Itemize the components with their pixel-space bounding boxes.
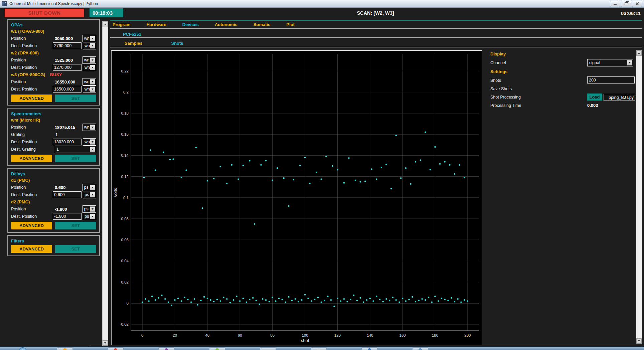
position-readout: -1.800 <box>55 207 81 212</box>
set-button[interactable]: SET <box>55 222 96 229</box>
taskbar-app-icon[interactable] <box>158 347 174 350</box>
advanced-button[interactable]: ADVANCED <box>11 95 52 102</box>
w2-header: w2 (OPA-800) <box>11 50 96 55</box>
chevron-down-icon[interactable] <box>90 125 95 130</box>
menu-item-devices[interactable]: Devices <box>182 22 199 27</box>
close-button[interactable] <box>632 1 642 7</box>
scroll-down-icon[interactable] <box>636 338 642 344</box>
advanced-button[interactable]: ADVANCED <box>11 155 52 162</box>
position-readout: 18075.015 <box>55 125 81 130</box>
load-button[interactable]: Load <box>587 94 602 101</box>
dest-grating-select[interactable]: 1 <box>55 146 96 153</box>
set-button[interactable]: SET <box>55 245 96 253</box>
unit-select[interactable]: ps <box>83 184 96 191</box>
svg-text:0: 0 <box>127 301 129 305</box>
taskbar-app-icon[interactable] <box>361 347 377 350</box>
unit-select[interactable]: wn <box>83 42 96 49</box>
set-button[interactable]: SET <box>55 155 96 162</box>
unit-select[interactable]: ps <box>83 191 96 198</box>
unit-select[interactable]: wn <box>83 138 96 146</box>
d2-dest-row: Dest. Position ps <box>11 213 96 220</box>
svg-text:0.04: 0.04 <box>121 259 129 263</box>
chevron-down-icon[interactable] <box>90 185 95 190</box>
device-tab-pci6251[interactable]: PCI-6251 <box>110 32 141 37</box>
svg-text:0.08: 0.08 <box>121 217 129 221</box>
unit-select[interactable]: ps <box>83 213 96 220</box>
taskbar-app-icon[interactable] <box>260 347 276 350</box>
dest-position-input[interactable] <box>53 191 82 198</box>
svg-text:80: 80 <box>270 333 275 337</box>
processing-file-input[interactable] <box>604 94 635 101</box>
chevron-down-icon[interactable] <box>90 65 95 70</box>
dest-position-input[interactable] <box>53 86 82 93</box>
unit-select[interactable]: ps <box>83 205 96 213</box>
system-clock: 03:06:11 <box>612 10 641 16</box>
menu-item-autonomic[interactable]: Autonomic <box>215 22 237 27</box>
d2-header: d2 (PMC) <box>11 199 96 204</box>
chevron-down-icon[interactable] <box>90 86 95 92</box>
shots-input[interactable] <box>587 76 635 83</box>
dest-position-input[interactable] <box>53 64 82 71</box>
opas-groupbox: OPAs w1 (TOPAS-800) Position 3050.000 wn… <box>7 19 100 106</box>
menu-item-hardware[interactable]: Hardware <box>146 22 166 27</box>
taskbar-app-icon[interactable] <box>209 347 225 350</box>
unit-select[interactable]: wn <box>83 35 96 42</box>
position-label: Position <box>11 58 55 62</box>
dest-position-input[interactable] <box>53 42 82 49</box>
wm-header: wm (MicroHR) <box>11 118 96 123</box>
dest-position-input[interactable] <box>53 139 82 145</box>
chevron-down-icon[interactable] <box>90 147 95 152</box>
chevron-down-icon[interactable] <box>90 214 95 219</box>
channel-select[interactable]: signal <box>587 59 633 66</box>
tab-samples[interactable]: Samples <box>125 41 142 46</box>
unit-select[interactable]: wn <box>83 64 96 71</box>
chevron-down-icon[interactable] <box>90 79 95 84</box>
dest-position-label: Dest. Position <box>11 87 53 92</box>
svg-text:60: 60 <box>238 333 242 337</box>
chevron-down-icon[interactable] <box>90 36 95 41</box>
taskbar-app-icon[interactable] <box>108 347 124 350</box>
restore-button[interactable] <box>621 1 631 7</box>
svg-text:volts: volts <box>113 188 118 197</box>
right-panel-scrollbar[interactable] <box>636 50 642 344</box>
advanced-button[interactable]: ADVANCED <box>11 222 52 229</box>
sidebar-scrollbar[interactable] <box>102 21 108 346</box>
svg-text:0.02: 0.02 <box>121 280 129 284</box>
chevron-down-icon[interactable] <box>90 192 95 197</box>
unit-select[interactable]: wn <box>83 85 96 93</box>
tab-shots[interactable]: Shots <box>171 41 183 46</box>
svg-text:20: 20 <box>173 333 177 337</box>
chevron-down-icon[interactable] <box>90 57 95 63</box>
content-bottom-border <box>90 345 642 345</box>
unit-select[interactable]: wn <box>83 78 96 85</box>
chevron-down-icon[interactable] <box>90 43 95 48</box>
dest-position-input[interactable] <box>53 213 82 220</box>
chevron-down-icon[interactable] <box>90 139 95 145</box>
dest-position-label: Dest. Position <box>11 65 53 70</box>
unit-value: wn <box>83 125 90 130</box>
menu-underline <box>110 28 642 29</box>
unit-select[interactable]: wn <box>83 124 96 131</box>
set-button[interactable]: SET <box>55 95 96 102</box>
spectrometers-groupbox: Spectrometers wm (MicroHR) Position 1807… <box>7 108 100 166</box>
menu-item-plot[interactable]: Plot <box>286 22 295 27</box>
minimize-button[interactable] <box>610 1 620 7</box>
unit-value: ps <box>83 192 90 197</box>
menu-item-program[interactable]: Program <box>113 22 130 27</box>
menu-item-somatic[interactable]: Somatic <box>254 22 271 27</box>
taskbar-app-icon[interactable] <box>412 347 428 350</box>
scroll-up-icon[interactable] <box>103 22 108 27</box>
chevron-down-icon[interactable] <box>90 206 95 212</box>
start-button[interactable] <box>18 347 27 350</box>
shutdown-button[interactable]: SHUT DOWN <box>5 9 84 17</box>
taskbar-app-icon[interactable] <box>311 347 327 350</box>
taskbar-app-icon[interactable] <box>57 347 73 350</box>
wm-dest-row: Dest. Position wn <box>11 138 96 146</box>
window-title: Coherent Multidimensional Spectroscopy |… <box>9 1 98 6</box>
advanced-button[interactable]: ADVANCED <box>11 245 52 253</box>
unit-select[interactable]: wn <box>83 56 96 64</box>
chevron-down-icon[interactable] <box>627 60 632 65</box>
scroll-up-icon[interactable] <box>636 50 642 56</box>
processing-time-label: Processing Time <box>490 103 521 108</box>
unit-value: ps <box>83 207 90 211</box>
